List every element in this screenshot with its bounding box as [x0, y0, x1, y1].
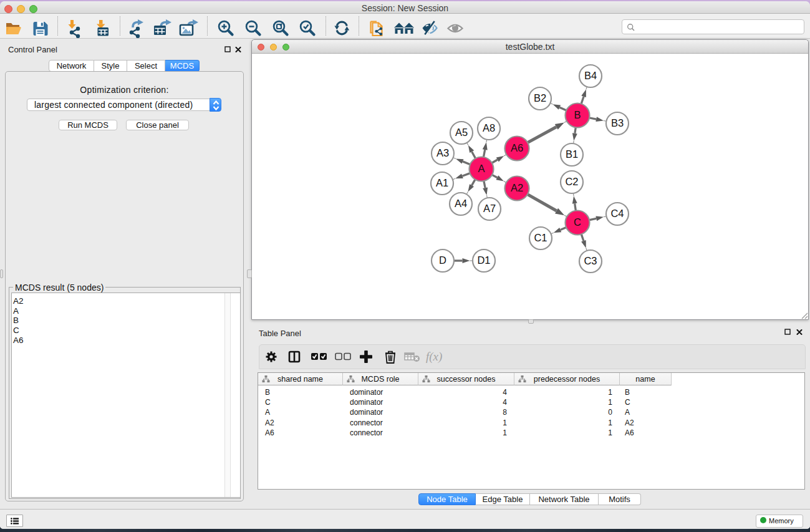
svg-text:D1: D1 — [477, 254, 490, 266]
svg-text:C: C — [574, 216, 581, 228]
svg-text:C4: C4 — [610, 208, 624, 219]
svg-text:D: D — [439, 254, 446, 266]
svg-text:A1: A1 — [436, 177, 448, 188]
svg-text:A2: A2 — [511, 182, 523, 193]
svg-text:A5: A5 — [455, 127, 468, 138]
svg-text:A4: A4 — [455, 198, 467, 209]
svg-text:A3: A3 — [436, 147, 449, 158]
svg-text:B2: B2 — [534, 92, 546, 104]
svg-text:C2: C2 — [565, 176, 578, 187]
svg-text:B1: B1 — [566, 148, 578, 160]
svg-text:A6: A6 — [511, 142, 523, 153]
svg-text:A: A — [478, 163, 485, 174]
svg-text:B: B — [574, 109, 581, 120]
svg-text:A8: A8 — [483, 122, 495, 133]
svg-text:C3: C3 — [584, 255, 597, 266]
svg-text:A7: A7 — [483, 203, 496, 214]
svg-text:C1: C1 — [534, 232, 547, 243]
svg-text:B3: B3 — [611, 117, 624, 128]
svg-text:B4: B4 — [584, 70, 597, 81]
